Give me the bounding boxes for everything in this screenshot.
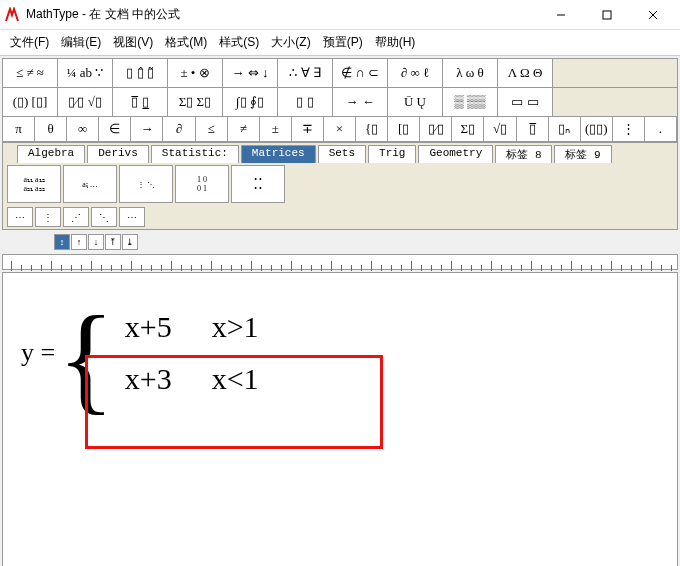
small-template-button[interactable]: ⋯	[119, 207, 145, 227]
tool-button[interactable]: Σ▯	[452, 117, 484, 141]
matrix-template-button[interactable]: 1 0 0 1	[175, 165, 229, 203]
maximize-button[interactable]	[584, 0, 630, 30]
tool-button[interactable]: ∴ ∀ ∃	[278, 59, 333, 87]
tool-button[interactable]: ≤ ≠ ≈	[3, 59, 58, 87]
tool-button[interactable]: {▯	[356, 117, 388, 141]
tool-button[interactable]: λ ω θ	[443, 59, 498, 87]
tool-button[interactable]: ¼ ab ∵	[58, 59, 113, 87]
case-cond-0: x>1	[212, 301, 259, 353]
small-template-button[interactable]: ⋯	[7, 207, 33, 227]
tool-button[interactable]: Λ Ω Θ	[498, 59, 553, 87]
matrix-template-button[interactable]: ⋮ ⋱	[119, 165, 173, 203]
tool-button[interactable]: (▯) [▯]	[3, 88, 58, 116]
tool-button[interactable]: ∞	[67, 117, 99, 141]
svg-rect-1	[603, 11, 611, 19]
close-button[interactable]	[630, 0, 676, 30]
nav-down-button[interactable]: ↓	[88, 234, 104, 250]
menu-item-1[interactable]: 编辑(E)	[57, 32, 105, 53]
category-tabs: AlgebraDerivsStatistic:MatricesSetsTrigG…	[3, 142, 677, 163]
window-title: MathType - 在 文档 中的公式	[26, 6, 538, 23]
nav-end-button[interactable]: ⤓	[122, 234, 138, 250]
tool-button[interactable]: ≤	[196, 117, 228, 141]
symbol-row-3: πθ∞∈→∂≤≠±∓×{▯[▯▯⁄▯Σ▯√▯▯̅▯ₙ(▯▯)⋮.	[3, 117, 677, 142]
nav-row: ↕ ↑ ↓ ⤒ ⤓	[0, 232, 680, 252]
tool-button[interactable]: ▭ ▭	[498, 88, 553, 116]
tool-button[interactable]: .	[645, 117, 677, 141]
tab-8[interactable]: 标签 8	[495, 145, 552, 163]
tool-button[interactable]: ∈	[99, 117, 131, 141]
symbol-row-2: (▯) [▯]▯⁄▯ √▯▯̅ ▯̲Σ▯ Σ▯∫▯ ∮▯▯ ▯→ ←Ū Ų▒ ▒…	[3, 88, 677, 117]
tool-button[interactable]: θ	[35, 117, 67, 141]
tool-button[interactable]: ⋮	[613, 117, 645, 141]
menu-bar: 文件(F)编辑(E)视图(V)格式(M)样式(S)大小(Z)预置(P)帮助(H)	[0, 30, 680, 56]
menu-item-5[interactable]: 大小(Z)	[267, 32, 314, 53]
minimize-button[interactable]	[538, 0, 584, 30]
tool-button[interactable]: ±	[260, 117, 292, 141]
nav-home-button[interactable]: ⤒	[105, 234, 121, 250]
tool-button[interactable]: ∫▯ ∮▯	[223, 88, 278, 116]
tool-button[interactable]: [▯	[388, 117, 420, 141]
app-logo-icon	[4, 7, 20, 23]
tool-button[interactable]: (▯▯)	[581, 117, 613, 141]
matrix-template-button[interactable]: a₁₁ a₁₂ a₂₁ a₂₂	[7, 165, 61, 203]
nav-left-button[interactable]: ↕	[54, 234, 70, 250]
small-template-button[interactable]: ⋰	[63, 207, 89, 227]
tab-derivs[interactable]: Derivs	[87, 145, 149, 163]
ruler	[2, 254, 678, 270]
tab-geometry[interactable]: Geometry	[418, 145, 493, 163]
small-panel: ⋯⋮⋰⋱⋯	[3, 205, 677, 229]
tool-button[interactable]: √▯	[484, 117, 516, 141]
tool-button[interactable]: Ū Ų	[388, 88, 443, 116]
equation-canvas[interactable]: y = { x+5 x>1 x+3 x<1	[2, 272, 678, 566]
tab-matrices[interactable]: Matrices	[241, 145, 316, 163]
menu-item-3[interactable]: 格式(M)	[161, 32, 211, 53]
tool-button[interactable]: ∂ ∞ ℓ	[388, 59, 443, 87]
matrix-template-button[interactable]: • • • •	[231, 165, 285, 203]
tool-button[interactable]: ▯⁄▯ √▯	[58, 88, 113, 116]
matrix-panel: a₁₁ a₁₂ a₂₁ a₂₂aᵢⱼ …⋮ ⋱1 0 0 1• • • •	[3, 163, 677, 205]
tool-button[interactable]: ▯ₙ	[549, 117, 581, 141]
case-expr-0: x+5	[125, 301, 172, 353]
tab-9[interactable]: 标签 9	[554, 145, 611, 163]
tool-button[interactable]: ▯̅	[517, 117, 549, 141]
tool-button[interactable]: ± • ⊗	[168, 59, 223, 87]
menu-item-2[interactable]: 视图(V)	[109, 32, 157, 53]
title-bar: MathType - 在 文档 中的公式	[0, 0, 680, 30]
menu-item-4[interactable]: 样式(S)	[215, 32, 263, 53]
menu-item-0[interactable]: 文件(F)	[6, 32, 53, 53]
tool-button[interactable]: → ←	[333, 88, 388, 116]
selection-box	[85, 355, 383, 449]
menu-item-6[interactable]: 预置(P)	[319, 32, 367, 53]
tool-button[interactable]: ∓	[292, 117, 324, 141]
tool-button[interactable]: ▯⁄▯	[420, 117, 452, 141]
tool-button[interactable]: ▯ ▯̂ ▯̃	[113, 59, 168, 87]
nav-up-button[interactable]: ↑	[71, 234, 87, 250]
tool-button[interactable]: → ⇔ ↓	[223, 59, 278, 87]
toolbar-area: ≤ ≠ ≈¼ ab ∵▯ ▯̂ ▯̃± • ⊗→ ⇔ ↓∴ ∀ ∃∉ ∩ ⊂∂ …	[2, 58, 678, 230]
tab-trig[interactable]: Trig	[368, 145, 416, 163]
formula-lhs: y =	[21, 338, 55, 368]
tool-button[interactable]: ∉ ∩ ⊂	[333, 59, 388, 87]
tool-button[interactable]: ×	[324, 117, 356, 141]
symbol-row-1: ≤ ≠ ≈¼ ab ∵▯ ▯̂ ▯̃± • ⊗→ ⇔ ↓∴ ∀ ∃∉ ∩ ⊂∂ …	[3, 59, 677, 88]
tool-button[interactable]: ▒ ▒▒	[443, 88, 498, 116]
matrix-template-button[interactable]: aᵢⱼ …	[63, 165, 117, 203]
tab-sets[interactable]: Sets	[318, 145, 366, 163]
tool-button[interactable]: →	[131, 117, 163, 141]
tool-button[interactable]: π	[3, 117, 35, 141]
tool-button[interactable]: ▯ ▯	[278, 88, 333, 116]
tool-button[interactable]: ▯̅ ▯̲	[113, 88, 168, 116]
small-template-button[interactable]: ⋱	[91, 207, 117, 227]
tool-button[interactable]: ≠	[228, 117, 260, 141]
menu-item-7[interactable]: 帮助(H)	[371, 32, 420, 53]
tool-button[interactable]: Σ▯ Σ▯	[168, 88, 223, 116]
small-template-button[interactable]: ⋮	[35, 207, 61, 227]
tool-button[interactable]: ∂	[163, 117, 195, 141]
tab-algebra[interactable]: Algebra	[17, 145, 85, 163]
tab-statistic[interactable]: Statistic:	[151, 145, 239, 163]
